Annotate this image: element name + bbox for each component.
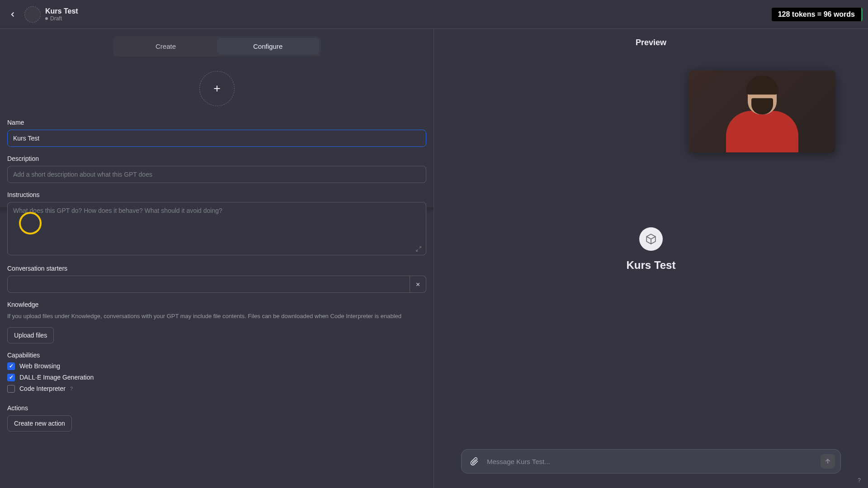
- capability-label: DALL·E Image Generation: [19, 374, 94, 381]
- instructions-section: Instructions: [0, 191, 434, 265]
- box-icon: [645, 233, 657, 245]
- send-button[interactable]: [821, 454, 835, 469]
- tab-configure[interactable]: Configure: [217, 38, 319, 55]
- avatar-upload-wrap: [0, 67, 434, 119]
- paperclip-icon: [470, 457, 479, 466]
- capabilities-section: Capabilities Web Browsing DALL·E Image G…: [0, 352, 434, 404]
- name-section: Name: [0, 119, 434, 155]
- header: Kurs Test Draft 128 tokens = 96 words: [0, 0, 868, 29]
- starters-label: Conversation starters: [7, 265, 426, 272]
- knowledge-label: Knowledge: [7, 301, 426, 308]
- capability-label: Code Interpreter: [19, 385, 66, 392]
- info-icon[interactable]: ?: [70, 386, 73, 391]
- attach-button[interactable]: [467, 454, 481, 469]
- actions-label: Actions: [7, 404, 426, 412]
- instructions-input[interactable]: [7, 202, 426, 255]
- chevron-left-icon: [9, 10, 17, 19]
- preview-panel: Preview Kurs Test ?: [434, 29, 868, 488]
- description-section: Description: [0, 155, 434, 191]
- x-icon: [415, 282, 421, 287]
- description-input[interactable]: [7, 166, 426, 183]
- status-dot-icon: [45, 17, 48, 20]
- gpt-title: Kurs Test: [45, 7, 78, 15]
- title-area: Kurs Test Draft: [45, 7, 78, 22]
- webcam-overlay: [689, 70, 835, 153]
- svg-line-3: [416, 249, 418, 251]
- actions-section: Actions Create new action: [0, 404, 434, 440]
- plus-icon: [212, 84, 222, 94]
- instructions-wrap: [7, 202, 426, 257]
- chat-message-input[interactable]: [487, 458, 815, 465]
- help-button[interactable]: ?: [858, 477, 861, 483]
- tab-group: Create Configure: [113, 36, 321, 56]
- checkbox-web-browsing[interactable]: [7, 362, 15, 370]
- status-text: Draft: [50, 15, 62, 22]
- checkbox-code-interpreter[interactable]: [7, 385, 15, 393]
- capability-label: Web Browsing: [19, 362, 60, 370]
- instructions-label: Instructions: [7, 191, 426, 198]
- tab-create[interactable]: Create: [115, 38, 217, 55]
- starter-row: [7, 276, 426, 293]
- tabs-wrap: Create Configure: [0, 29, 434, 67]
- webcam-person: [726, 78, 798, 152]
- header-left: Kurs Test Draft: [5, 6, 78, 23]
- chat-input-wrap: [434, 442, 868, 488]
- preview-title: Kurs Test: [627, 259, 676, 272]
- description-label: Description: [7, 155, 426, 162]
- arrow-up-icon: [824, 458, 831, 465]
- token-counter-badge: 128 tokens = 96 words: [772, 8, 863, 21]
- expand-icon[interactable]: [415, 246, 422, 252]
- chat-input: [461, 449, 841, 474]
- name-label: Name: [7, 119, 426, 126]
- upload-files-button[interactable]: Upload files: [7, 327, 54, 343]
- starter-input[interactable]: [7, 276, 410, 293]
- checkbox-dalle[interactable]: [7, 374, 15, 381]
- knowledge-section: Knowledge If you upload files under Know…: [0, 301, 434, 352]
- remove-starter-button[interactable]: [410, 276, 426, 293]
- capability-row-web-browsing: Web Browsing: [7, 362, 426, 370]
- capabilities-label: Capabilities: [7, 352, 426, 359]
- capability-row-dalle: DALL·E Image Generation: [7, 374, 426, 381]
- name-input[interactable]: [7, 130, 426, 147]
- starters-section: Conversation starters: [0, 265, 434, 301]
- configure-panel: Create Configure Name Description Instru…: [0, 29, 434, 488]
- create-action-button[interactable]: Create new action: [7, 415, 72, 432]
- back-button[interactable]: [5, 7, 20, 22]
- svg-line-2: [419, 247, 421, 249]
- preview-gpt-icon: [639, 227, 663, 251]
- capability-row-code-interpreter: Code Interpreter ?: [7, 385, 426, 393]
- status-row: Draft: [45, 15, 78, 22]
- knowledge-desc: If you upload files under Knowledge, con…: [7, 312, 426, 321]
- upload-avatar-button[interactable]: [199, 71, 235, 106]
- main-split: Create Configure Name Description Instru…: [0, 29, 868, 488]
- preview-heading: Preview: [434, 29, 868, 56]
- gpt-avatar-placeholder: [24, 6, 41, 23]
